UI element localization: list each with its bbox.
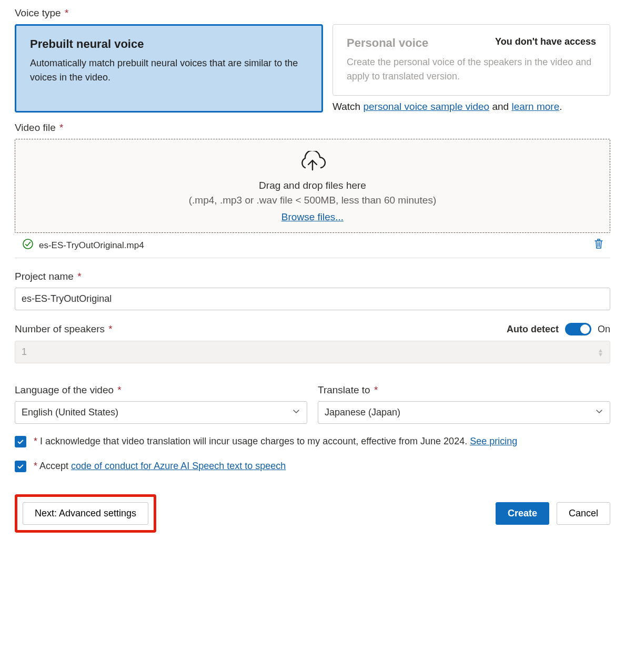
auto-detect-toggle[interactable] xyxy=(565,323,591,335)
chevron-down-icon xyxy=(292,407,300,418)
required-star: * xyxy=(62,7,69,18)
speakers-value: 1 xyxy=(22,347,27,358)
video-dropzone[interactable]: Drag and drop files here (.mp4, .mp3 or … xyxy=(15,139,610,233)
cancel-button[interactable]: Cancel xyxy=(557,502,610,525)
learn-more-link[interactable]: learn more xyxy=(511,101,559,112)
delete-file-button[interactable] xyxy=(593,238,604,252)
upload-icon xyxy=(21,151,604,177)
see-pricing-link[interactable]: See pricing xyxy=(470,436,517,446)
drag-text: Drag and drop files here xyxy=(21,180,604,191)
auto-detect-label: Auto detect xyxy=(507,324,559,335)
video-file-label: Video file * xyxy=(15,122,610,134)
create-button[interactable]: Create xyxy=(496,502,549,525)
sample-video-link[interactable]: personal voice sample video xyxy=(363,101,489,112)
toggle-state: On xyxy=(598,324,610,335)
svg-point-0 xyxy=(23,239,33,249)
personal-desc: Create the personal voice of the speaker… xyxy=(347,55,596,84)
uploaded-file-name: es-ES-TryOutOriginal.mp4 xyxy=(39,240,144,251)
chevron-down-icon xyxy=(595,407,603,418)
speakers-label: Number of speakers * xyxy=(15,323,113,335)
charges-text: * I acknowledge that video translation w… xyxy=(33,434,517,449)
browse-files-link[interactable]: Browse files... xyxy=(281,211,344,222)
prebuilt-desc: Automatically match prebuilt neural voic… xyxy=(30,56,308,85)
project-name-label: Project name * xyxy=(15,271,610,282)
personal-watch-line: Watch personal voice sample video and le… xyxy=(332,101,610,113)
voice-type-label: Voice type * xyxy=(15,7,610,19)
personal-title: Personal voice xyxy=(347,36,428,50)
prebuilt-title: Prebuilt neural voice xyxy=(30,37,308,51)
source-language-label: Language of the video * xyxy=(15,384,307,396)
next-button-highlight: Next: Advanced settings xyxy=(15,494,156,533)
target-language-select[interactable]: Japanese (Japan) xyxy=(318,401,610,424)
stepper-arrows-icon: ▲▼ xyxy=(598,348,603,357)
source-language-value: English (United States) xyxy=(22,407,118,418)
accept-text: * Accept code of conduct for Azure AI Sp… xyxy=(33,459,286,473)
voice-type-card-prebuilt[interactable]: Prebuilt neural voice Automatically matc… xyxy=(15,24,323,113)
voice-type-card-personal[interactable]: Personal voice You don't have access Cre… xyxy=(332,24,610,96)
source-language-select[interactable]: English (United States) xyxy=(15,401,307,424)
code-of-conduct-link[interactable]: code of conduct for Azure AI Speech text… xyxy=(71,461,286,471)
no-access-badge: You don't have access xyxy=(495,36,596,47)
project-name-input[interactable] xyxy=(15,288,610,310)
code-of-conduct-checkbox[interactable] xyxy=(15,461,26,472)
file-hint: (.mp4, .mp3 or .wav file < 500MB, less t… xyxy=(21,195,604,206)
speakers-stepper: 1 ▲▼ xyxy=(15,341,610,363)
charges-checkbox[interactable] xyxy=(15,436,26,447)
success-icon xyxy=(22,238,34,252)
uploaded-file-row: es-ES-TryOutOriginal.mp4 xyxy=(15,233,610,258)
target-language-label: Translate to * xyxy=(318,384,610,396)
next-advanced-settings-button[interactable]: Next: Advanced settings xyxy=(23,502,148,525)
target-language-value: Japanese (Japan) xyxy=(325,407,400,418)
